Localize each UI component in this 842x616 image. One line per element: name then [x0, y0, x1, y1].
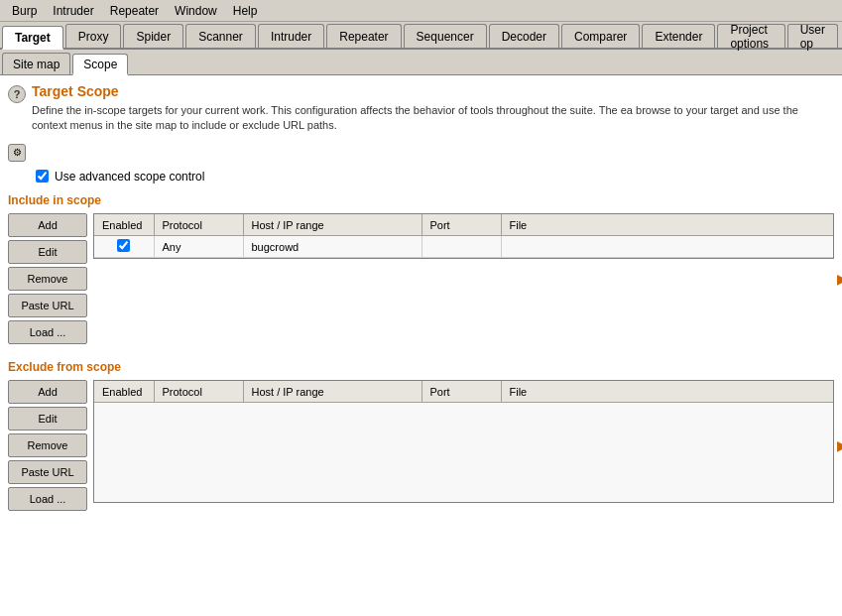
include-scope-area: Add Edit Remove Paste URL Load ... Enabl… [8, 213, 834, 344]
include-remove-button[interactable]: Remove [8, 267, 87, 291]
help-icon[interactable]: ? [8, 85, 26, 103]
include-col-file: File [501, 214, 833, 236]
exclude-load-button[interactable]: Load ... [8, 487, 87, 511]
menu-help[interactable]: Help [225, 2, 266, 20]
tab-extender[interactable]: Extender [642, 24, 715, 48]
include-scope-table: Enabled Protocol Host / IP range Port Fi… [94, 214, 833, 259]
row-file [501, 236, 833, 258]
include-scope-table-wrap: Enabled Protocol Host / IP range Port Fi… [93, 213, 834, 260]
include-col-port: Port [421, 214, 501, 236]
include-load-button[interactable]: Load ... [8, 320, 87, 344]
exclude-arrow-icon: ▶ [837, 437, 842, 453]
sub-tab-sitemap[interactable]: Site map [2, 53, 70, 74]
exclude-paste-url-button[interactable]: Paste URL [8, 460, 87, 484]
sub-tab-bar: Site map Scope [0, 50, 842, 75]
exclude-scope-table-wrap: Enabled Protocol Host / IP range Port Fi… [93, 380, 834, 504]
advanced-scope-label: Use advanced scope control [55, 170, 204, 184]
gear-icon: ⚙ [8, 144, 26, 162]
menubar: Burp Intruder Repeater Window Help [0, 0, 842, 22]
menu-burp[interactable]: Burp [4, 2, 45, 20]
tab-user-options[interactable]: User op [787, 24, 838, 48]
include-edit-button[interactable]: Edit [8, 240, 87, 264]
exclude-col-host: Host / IP range [243, 381, 421, 403]
exclude-col-enabled: Enabled [94, 381, 154, 403]
exclude-col-port: Port [421, 381, 501, 403]
include-scope-label: Include in scope [8, 193, 834, 207]
include-col-protocol: Protocol [154, 214, 243, 236]
advanced-scope-checkbox[interactable] [36, 170, 49, 183]
exclude-scope-table: Enabled Protocol Host / IP range Port Fi… [94, 381, 833, 404]
row-host: bugcrowd [243, 236, 421, 258]
target-scope-header: ? Target Scope Define the in-scope targe… [8, 83, 834, 134]
exclude-scope-area: Add Edit Remove Paste URL Load ... Enabl… [8, 380, 834, 511]
row-port [421, 236, 501, 258]
tab-target[interactable]: Target [2, 26, 63, 50]
exclude-remove-button[interactable]: Remove [8, 433, 87, 457]
exclude-col-protocol: Protocol [154, 381, 243, 403]
exclude-add-button[interactable]: Add [8, 380, 87, 404]
row-protocol: Any [154, 236, 243, 258]
advanced-scope-row: ⚙ [8, 142, 834, 162]
tab-intruder[interactable]: Intruder [258, 24, 324, 48]
tab-sequencer[interactable]: Sequencer [404, 24, 487, 48]
table-row[interactable]: Any bugcrowd [94, 236, 833, 258]
include-col-enabled: Enabled [94, 214, 154, 236]
tab-project-options[interactable]: Project options [717, 24, 784, 48]
exclude-scope-label: Exclude from scope [8, 360, 834, 374]
exclude-col-file: File [501, 381, 833, 403]
tab-proxy[interactable]: Proxy [65, 24, 122, 48]
exclude-buttons: Add Edit Remove Paste URL Load ... [8, 380, 87, 511]
tab-repeater[interactable]: Repeater [326, 24, 401, 48]
advanced-scope-checkbox-row: Use advanced scope control [36, 170, 834, 184]
main-tab-bar: Target Proxy Spider Scanner Intruder Rep… [0, 22, 842, 50]
include-add-button[interactable]: Add [8, 213, 87, 237]
section-title: Target Scope [32, 83, 834, 99]
menu-intruder[interactable]: Intruder [45, 2, 101, 20]
tab-spider[interactable]: Spider [123, 24, 183, 48]
include-paste-url-button[interactable]: Paste URL [8, 294, 87, 317]
sub-tab-scope[interactable]: Scope [72, 54, 128, 75]
main-content: ? Target Scope Define the in-scope targe… [0, 75, 842, 616]
section-desc: Define the in-scope targets for your cur… [32, 103, 834, 134]
row-enabled-checkbox[interactable] [117, 239, 130, 252]
menu-repeater[interactable]: Repeater [102, 2, 167, 20]
tab-decoder[interactable]: Decoder [489, 24, 559, 48]
exclude-edit-button[interactable]: Edit [8, 407, 87, 431]
menu-window[interactable]: Window [167, 2, 225, 20]
include-col-host: Host / IP range [243, 214, 421, 236]
include-buttons: Add Edit Remove Paste URL Load ... [8, 213, 87, 344]
tab-comparer[interactable]: Comparer [561, 24, 640, 48]
include-arrow-icon: ▶ [837, 271, 842, 287]
tab-scanner[interactable]: Scanner [185, 24, 256, 48]
